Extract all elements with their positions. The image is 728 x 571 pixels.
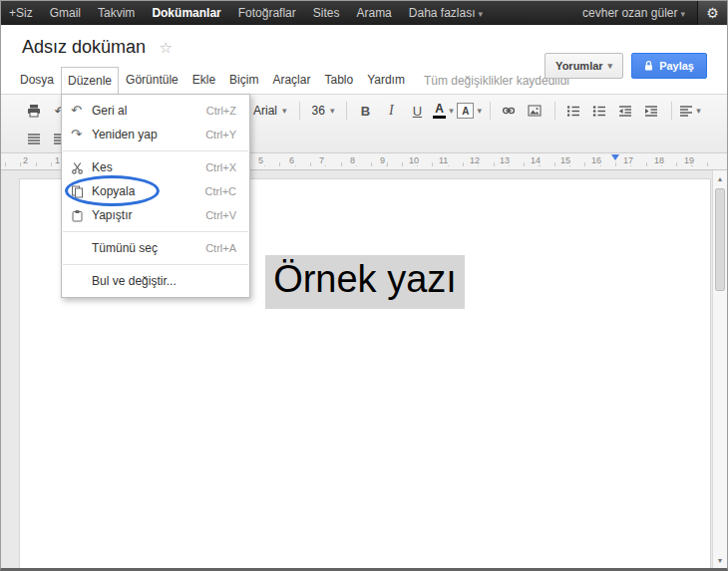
- menu-item-copy[interactable]: Kopyala Ctrl+C: [62, 179, 249, 203]
- menu-separator: [63, 150, 248, 151]
- topbar-link-plus-siz[interactable]: +Siz: [9, 6, 33, 20]
- text-color-icon: A: [433, 104, 446, 119]
- menubar-item-ekle[interactable]: Ekle: [185, 67, 222, 94]
- menu-item-cut[interactable]: Kes Ctrl+X: [62, 155, 249, 179]
- menu-item-shortcut: Ctrl+Z: [206, 98, 249, 124]
- ruler-number: 18: [652, 155, 666, 165]
- share-button[interactable]: Paylaş: [631, 53, 707, 79]
- increase-indent-button[interactable]: [639, 100, 663, 122]
- ruler-number: 7: [317, 155, 326, 165]
- share-label: Paylaş: [659, 60, 694, 72]
- caret-down-icon: ▾: [282, 106, 287, 116]
- menu-item-find-replace[interactable]: Bul ve değiştir...: [62, 269, 249, 293]
- print-button[interactable]: [22, 100, 46, 122]
- font-size-value: 36: [312, 104, 325, 118]
- topbar-more-menu[interactable]: Daha fazlası▾: [409, 6, 483, 20]
- menubar-item-goruntule[interactable]: Görüntüle: [119, 67, 185, 94]
- highlight-color-button[interactable]: A ▾: [457, 100, 482, 122]
- undo-icon: ↶: [62, 98, 92, 124]
- vertical-scrollbar[interactable]: ▲ ▼: [712, 170, 727, 569]
- menu-item-label: Yeniden yap: [92, 122, 205, 147]
- menubar-item-yardim[interactable]: Yardım: [360, 67, 412, 94]
- topbar-right: cevher ozan güler▾ ⚙: [582, 1, 727, 25]
- caret-down-icon: ▾: [608, 61, 613, 71]
- font-size-select[interactable]: 36 ▾: [306, 104, 341, 118]
- menu-item-undo[interactable]: ↶ Geri al Ctrl+Z: [62, 99, 249, 123]
- ruler-number: 16: [589, 155, 603, 165]
- decrease-indent-button[interactable]: [613, 100, 637, 122]
- insert-link-button[interactable]: [497, 100, 521, 122]
- caret-down-icon: ▾: [330, 106, 335, 116]
- header-actions: Yorumlar ▾ Paylaş: [545, 53, 707, 79]
- caret-down-icon: ▾: [696, 106, 701, 116]
- copy-icon: [62, 185, 92, 198]
- menu-item-redo[interactable]: ↷ Yeniden yap Ctrl+Y: [62, 123, 249, 146]
- scrollbar-thumb[interactable]: [715, 188, 725, 291]
- menu-separator: [63, 231, 248, 232]
- topbar-link-sites[interactable]: Sites: [313, 6, 340, 20]
- menu-item-select-all[interactable]: Tümünü seç Ctrl+A: [62, 236, 249, 260]
- caret-down-icon: ▾: [680, 9, 685, 19]
- account-menu[interactable]: cevher ozan güler▾: [582, 6, 685, 20]
- ruler-number: 15: [558, 155, 572, 165]
- menu-item-label: Bul ve değiştir...: [92, 268, 236, 294]
- menu-separator: [63, 264, 248, 265]
- menubar-item-dosya[interactable]: Dosya: [13, 67, 61, 94]
- ruler-number: 12: [468, 155, 482, 165]
- star-icon[interactable]: ☆: [160, 39, 173, 56]
- font-family-select[interactable]: Arial ▾: [247, 104, 293, 118]
- menubar-item-araclar[interactable]: Araçlar: [265, 67, 317, 94]
- caret-down-icon: ▾: [479, 9, 484, 19]
- lock-icon: [644, 60, 653, 72]
- ruler-number: 8: [348, 155, 357, 165]
- menubar-item-duzenle[interactable]: Düzenle ↶ Geri al Ctrl+Z ↷ Yeniden yap C…: [61, 67, 119, 94]
- text-align-button[interactable]: ▾: [678, 100, 702, 122]
- numbered-list-button[interactable]: [561, 100, 585, 122]
- ruler-number: 2: [21, 155, 30, 165]
- topbar-link-dokumanlar[interactable]: Dokümanlar: [152, 6, 220, 20]
- account-name: cevher ozan güler: [582, 6, 677, 20]
- menu-item-paste[interactable]: Yapıştır Ctrl+V: [62, 203, 249, 227]
- scroll-up-button[interactable]: ▲: [713, 171, 727, 186]
- text-color-button[interactable]: A ▾: [431, 100, 455, 122]
- bold-button[interactable]: B: [353, 100, 377, 122]
- ruler-number: 5: [256, 155, 265, 165]
- redo-icon: ↷: [62, 122, 92, 147]
- underline-button[interactable]: U: [405, 100, 429, 122]
- italic-button[interactable]: I: [379, 100, 403, 122]
- topbar-link-fotograflar[interactable]: Fotoğraflar: [238, 6, 296, 20]
- settings-gear-button[interactable]: ⚙: [697, 1, 727, 25]
- toolbar-divider: [490, 102, 491, 120]
- document-title[interactable]: Adsız doküman: [22, 37, 146, 57]
- topbar-link-takvim[interactable]: Takvim: [98, 6, 135, 20]
- topbar-more-label: Daha fazlası: [409, 6, 476, 20]
- selected-text[interactable]: Örnek yazı: [265, 255, 465, 309]
- topbar-link-gmail[interactable]: Gmail: [50, 6, 81, 20]
- menu-item-label: Kes: [92, 154, 205, 180]
- menubar-item-tablo[interactable]: Tablo: [317, 67, 360, 94]
- line-spacing-button[interactable]: [22, 128, 46, 149]
- menu-item-label: Geri al: [92, 98, 206, 124]
- menu-item-label: Tümünü seç: [92, 235, 205, 261]
- menu-item-shortcut: Ctrl+A: [205, 235, 249, 261]
- menu-item-shortcut: Ctrl+X: [205, 154, 249, 180]
- menu-item-shortcut: Ctrl+V: [205, 202, 249, 228]
- insert-image-button[interactable]: [523, 100, 546, 122]
- ruler-number: 11: [437, 155, 450, 165]
- menu-item-label: Kopyala: [92, 178, 205, 204]
- scroll-down-button[interactable]: ▼: [713, 553, 727, 568]
- comments-button[interactable]: Yorumlar ▾: [545, 53, 623, 79]
- document-header: Adsız doküman ☆ Yorumlar ▾ Paylaş Dosya …: [1, 25, 727, 94]
- menubar-item-bicim[interactable]: Biçim: [222, 67, 265, 94]
- margin-marker[interactable]: [611, 154, 619, 160]
- menu-item-shortcut: Ctrl+Y: [205, 122, 249, 147]
- google-docs-window: +Siz Gmail Takvim Dokümanlar Fotoğraflar…: [0, 0, 728, 571]
- topbar-link-arama[interactable]: Arama: [356, 6, 391, 20]
- ruler-number: 9: [378, 155, 387, 165]
- ruler-number: 14: [529, 155, 543, 165]
- ruler-number: 6: [287, 155, 296, 165]
- paste-icon: [62, 209, 92, 222]
- bulleted-list-button[interactable]: [587, 100, 611, 122]
- font-family-value: Arial: [253, 104, 277, 118]
- toolbar-divider: [346, 102, 347, 120]
